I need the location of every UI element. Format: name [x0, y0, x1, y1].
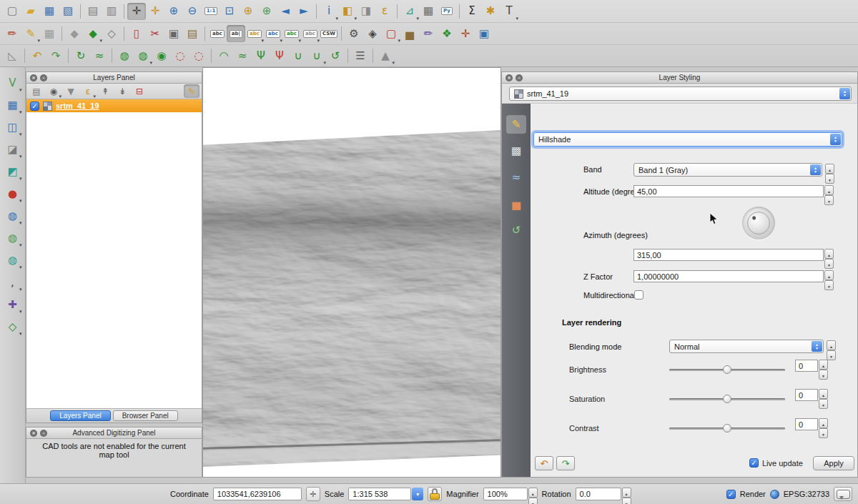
stepper-up-icon[interactable]: [824, 249, 834, 259]
stepper-down-icon[interactable]: [819, 428, 828, 438]
expand-all-icon[interactable]: ↟: [97, 84, 113, 98]
stepper-up-icon[interactable]: [528, 488, 538, 498]
pan-to-selection-icon[interactable]: ✛: [146, 3, 164, 20]
add-oracle-layer-icon[interactable]: ●: [4, 185, 22, 202]
remove-layer-icon[interactable]: ⊟: [132, 84, 147, 98]
offset-curve-icon[interactable]: ◠: [214, 47, 233, 64]
add-virtual-layer-icon[interactable]: ◇: [4, 318, 22, 335]
add-spatialite-layer-icon[interactable]: ◪: [4, 141, 22, 158]
layer-selector-combo[interactable]: srtm_41_19: [509, 87, 852, 101]
rotate-point-symbols-icon[interactable]: ↺: [326, 47, 345, 64]
filter-expression-icon[interactable]: ε: [80, 84, 96, 98]
map-tips-icon[interactable]: ✱: [481, 3, 500, 20]
band-stepper[interactable]: [824, 164, 834, 184]
zoom-next-icon[interactable]: ►: [295, 3, 313, 20]
merge-features-icon[interactable]: ∪: [289, 47, 307, 64]
add-delimited-text-icon[interactable]: ,: [4, 274, 22, 291]
stepper-down-icon[interactable]: [819, 399, 828, 409]
altitude-spinbox[interactable]: 45,00: [633, 185, 834, 205]
redo-icon[interactable]: ↷: [46, 47, 65, 64]
add-feature-icon[interactable]: ◆: [65, 25, 84, 42]
csw-metasearch-icon[interactable]: CSW: [320, 25, 338, 42]
value-spinbox[interactable]: 0: [795, 418, 828, 438]
deselect-icon[interactable]: ◨: [357, 3, 375, 20]
add-group-icon[interactable]: ▤: [29, 84, 44, 98]
rotate-feature-icon[interactable]: ↻: [72, 47, 90, 64]
render-checkbox[interactable]: [726, 490, 736, 499]
select-by-expression-icon[interactable]: ε: [375, 3, 394, 20]
collapse-all-icon[interactable]: ↡: [114, 84, 130, 98]
add-ring-icon[interactable]: ◍: [115, 47, 134, 64]
apply-button[interactable]: Apply: [813, 456, 854, 470]
composer-manager-icon[interactable]: ▥: [102, 3, 121, 20]
stepper-up-icon[interactable]: [819, 389, 828, 399]
add-vector-layer-icon[interactable]: V: [4, 74, 22, 92]
extent-rectangle-icon[interactable]: ▢: [382, 25, 400, 42]
close-panel-icon[interactable]: [506, 74, 513, 81]
raster-align-icon[interactable]: ▲: [376, 47, 395, 64]
lock-scale-button[interactable]: [428, 487, 442, 501]
snapping-options-icon[interactable]: ☰: [351, 47, 370, 64]
zoom-to-layer-icon[interactable]: ⊕: [257, 3, 276, 20]
add-raster-layer-icon[interactable]: ▦: [4, 97, 22, 114]
add-wms-layer-icon[interactable]: ◍: [4, 207, 22, 224]
enable-advanced-digitizing-icon[interactable]: ◺: [3, 47, 21, 64]
zoom-in-icon[interactable]: ⊕: [164, 3, 183, 20]
measure-icon[interactable]: ⊿: [400, 3, 419, 20]
add-postgis-layer-icon[interactable]: ◫: [4, 119, 22, 136]
pan-map-icon[interactable]: ✛: [127, 3, 146, 20]
project-save-icon[interactable]: ▦: [40, 3, 59, 20]
map-export-icon[interactable]: ▣: [475, 25, 493, 42]
delete-selected-icon[interactable]: ▯: [127, 25, 146, 42]
annotation-sketch-icon[interactable]: ✏: [419, 25, 438, 42]
crs-label[interactable]: EPSG:32733: [784, 490, 829, 498]
split-parts-icon[interactable]: Ψ: [252, 47, 270, 64]
stepper-up-icon[interactable]: [824, 270, 834, 280]
project-new-icon[interactable]: ▢: [3, 3, 21, 20]
magnifier-spinbox[interactable]: 100%: [483, 488, 538, 500]
label-pin-icon[interactable]: ab|: [227, 25, 245, 42]
value-slider[interactable]: [669, 423, 785, 433]
stepper-up-icon[interactable]: [827, 340, 836, 350]
combo-stepper-icon[interactable]: [839, 88, 850, 99]
tab-layers-panel[interactable]: Layers Panel: [50, 410, 110, 421]
value-spinbox[interactable]: 0: [795, 360, 828, 380]
layer-tree[interactable]: srtm_41_19: [26, 99, 202, 408]
label-toolbar-icon[interactable]: abc: [208, 25, 227, 42]
scale-combo[interactable]: 1:315 538 ▾: [348, 488, 423, 500]
history-tab-icon[interactable]: ↺: [506, 221, 526, 239]
azimuth-dial[interactable]: [747, 212, 770, 234]
stepper-down-icon[interactable]: [819, 370, 828, 380]
live-update-checkbox[interactable]: [749, 458, 759, 468]
current-edits-icon[interactable]: ✎: [21, 25, 40, 42]
manage-map-themes-icon[interactable]: ◉: [46, 84, 61, 98]
delete-ring-icon[interactable]: ◌: [171, 47, 189, 64]
render-type-combo[interactable]: Hillshade: [533, 132, 842, 147]
close-panel-icon[interactable]: [30, 430, 37, 437]
copy-features-icon[interactable]: ▣: [164, 25, 183, 42]
histogram-tab-icon[interactable]: ≈: [506, 168, 526, 187]
stepper-up-icon[interactable]: [819, 418, 828, 428]
map-canvas[interactable]: [202, 67, 501, 478]
stepper-down-icon[interactable]: [827, 350, 836, 360]
multidirectional-checkbox[interactable]: [634, 290, 644, 300]
zfactor-spinbox[interactable]: 1,00000000: [633, 270, 834, 290]
stepper-down-icon[interactable]: [824, 195, 834, 205]
processing-icon[interactable]: ⚙: [345, 25, 363, 42]
float-panel-icon[interactable]: [516, 74, 523, 81]
label-move-icon[interactable]: abc: [264, 25, 282, 42]
combo-stepper-icon[interactable]: [830, 134, 841, 145]
stepper-down-icon[interactable]: [528, 498, 538, 504]
style-redo-button[interactable]: ↷: [556, 456, 575, 470]
move-feature-icon[interactable]: ◆: [84, 25, 102, 42]
messages-button[interactable]: [834, 487, 852, 501]
pyramids-tab-icon[interactable]: ▅: [506, 194, 526, 213]
simplify-feature-icon[interactable]: ≈: [90, 47, 109, 64]
zoom-native-icon[interactable]: 1:1: [202, 3, 220, 20]
python-console-icon[interactable]: Py: [438, 3, 456, 20]
stepper-up-icon[interactable]: [819, 360, 828, 370]
merge-attributes-icon[interactable]: ∪: [307, 47, 326, 64]
toggle-extents-button[interactable]: ✛: [306, 487, 320, 501]
label-rotate-icon[interactable]: abc: [282, 25, 301, 42]
stepper-down-icon[interactable]: [825, 174, 834, 184]
